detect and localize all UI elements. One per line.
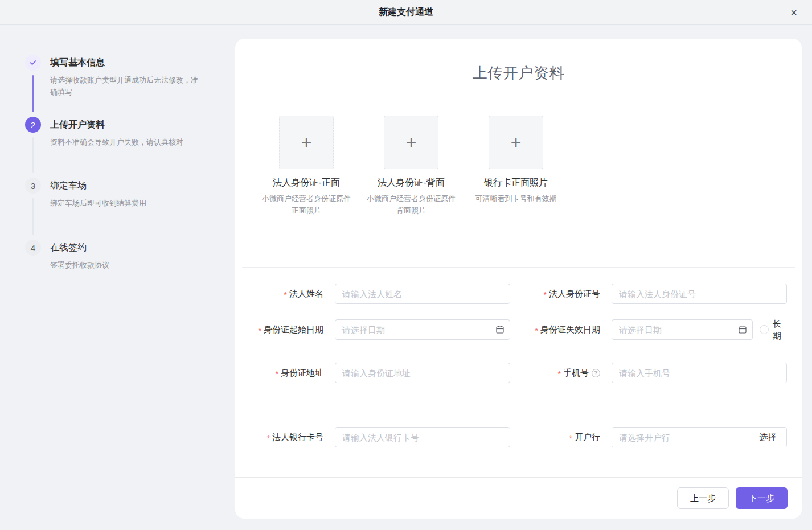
step-title: 绑定车场 <box>50 178 213 192</box>
bank-branch-select-button[interactable]: 选择 <box>749 428 786 447</box>
step-circle-done <box>25 55 41 71</box>
legal-id-input[interactable] <box>612 284 787 304</box>
form-row: * 身份证地址 * 手机号 ? <box>235 363 802 383</box>
step-title: 填写基本信息 <box>50 55 213 69</box>
field-label-legal-name: * 法人姓名 <box>235 289 335 299</box>
upload-desc: 可清晰看到卡号和有效期 <box>475 192 557 204</box>
plus-icon: + <box>511 133 522 151</box>
step-item-basic-info: 填写基本信息 请选择收款账户类型开通成功后无法修改，准确填写 <box>25 55 213 117</box>
step-title: 在线签约 <box>50 240 213 254</box>
required-mark: * <box>259 326 261 335</box>
bank-branch-group: 选择 <box>612 427 787 447</box>
form-row: * 法人姓名 * 法人身份证号 <box>235 284 802 304</box>
upload-bank-card-button[interactable]: + <box>489 116 543 169</box>
required-mark: * <box>544 290 547 299</box>
step-connector <box>32 75 34 112</box>
required-mark: * <box>276 369 278 379</box>
long-term-label[interactable]: 长期 <box>773 318 782 342</box>
upload-desc: 小微商户经营者身份证原件背面照片 <box>363 192 459 216</box>
field-label-id-expiry-date: * 身份证失效日期 <box>510 324 612 335</box>
divider <box>242 267 795 268</box>
upload-label: 法人身份证-背面 <box>378 177 444 189</box>
long-term-checkbox[interactable] <box>760 325 769 334</box>
close-icon[interactable]: × <box>787 6 801 19</box>
upload-section: + 法人身份证-正面 小微商户经营者身份证原件正面照片 + 法人身份证-背面 小… <box>235 116 802 216</box>
field-label-bank-branch: * 开户行 <box>510 432 612 443</box>
upload-id-front-button[interactable]: + <box>279 116 334 169</box>
upload-desc: 小微商户经营者身份证原件正面照片 <box>259 192 354 216</box>
field-label-legal-id: * 法人身份证号 <box>510 289 612 299</box>
step-desc: 绑定车场后即可收到结算费用 <box>50 197 199 209</box>
upload-label: 法人身份证-正面 <box>273 177 339 189</box>
field-label-phone: * 手机号 ? <box>510 368 612 379</box>
required-mark: * <box>267 434 270 443</box>
upload-item-bank-card: + 银行卡正面照片 可清晰看到卡号和有效期 <box>468 116 564 216</box>
step-circle-pending: 3 <box>25 178 41 194</box>
dialog-header: 新建支付通道 × <box>0 0 812 25</box>
upload-item-id-back: + 法人身份证-背面 小微商户经营者身份证原件背面照片 <box>363 116 459 216</box>
form-row: * 身份证起始日期 * 身份证失效日期 <box>235 318 802 342</box>
phone-input[interactable] <box>612 363 787 383</box>
check-icon <box>29 59 37 67</box>
step-connector <box>32 198 34 235</box>
required-mark: * <box>558 369 561 379</box>
field-label-id-start-date: * 身份证起始日期 <box>235 324 335 335</box>
calendar-icon[interactable] <box>738 325 747 334</box>
next-step-button[interactable]: 下一步 <box>736 487 788 509</box>
divider <box>242 413 795 413</box>
step-circle-pending: 4 <box>25 240 41 256</box>
plus-icon: + <box>301 133 312 151</box>
main-panel: 上传开户资料 + 法人身份证-正面 小微商户经营者身份证原件正面照片 + 法人身… <box>235 39 802 519</box>
id-address-input[interactable] <box>335 363 510 383</box>
step-desc: 资料不准确会导致开户失败，请认真核对 <box>50 136 199 148</box>
legal-name-input[interactable] <box>335 284 510 304</box>
help-icon[interactable]: ? <box>592 369 600 377</box>
upload-label: 银行卡正面照片 <box>484 177 548 189</box>
bank-branch-input[interactable] <box>612 428 749 447</box>
step-desc: 请选择收款账户类型开通成功后无法修改，准确填写 <box>50 74 199 98</box>
long-term-option: 长期 <box>760 318 782 342</box>
id-start-date-input[interactable] <box>335 319 510 340</box>
step-circle-active: 2 <box>25 117 41 133</box>
required-mark: * <box>284 290 287 299</box>
page-title: 上传开户资料 <box>235 63 802 83</box>
required-mark: * <box>535 326 538 335</box>
stepper: 填写基本信息 请选择收款账户类型开通成功后无法修改，准确填写 2 上传开户资料 … <box>25 55 213 271</box>
upload-id-back-button[interactable]: + <box>384 116 438 169</box>
required-mark: * <box>569 434 572 443</box>
prev-step-button[interactable]: 上一步 <box>677 487 729 509</box>
bank-card-input[interactable] <box>335 427 510 447</box>
field-label-bank-card: * 法人银行卡号 <box>235 432 335 443</box>
step-connector <box>32 137 34 173</box>
step-desc: 签署委托收款协议 <box>50 259 199 271</box>
calendar-icon[interactable] <box>495 325 505 334</box>
form-row: * 法人银行卡号 * 开户行 选择 <box>235 427 802 447</box>
step-title: 上传开户资料 <box>50 117 213 131</box>
dialog-title: 新建支付通道 <box>379 6 433 18</box>
step-item-upload-docs: 2 上传开户资料 资料不准确会导致开户失败，请认真核对 <box>25 117 213 178</box>
dialog-footer: 上一步 下一步 <box>235 477 802 519</box>
field-label-id-address: * 身份证地址 <box>235 368 335 379</box>
plus-icon: + <box>406 133 417 151</box>
upload-item-id-front: + 法人身份证-正面 小微商户经营者身份证原件正面照片 <box>259 116 354 216</box>
id-expiry-date-input[interactable] <box>612 319 753 340</box>
step-item-online-sign: 4 在线签约 签署委托收款协议 <box>25 240 213 271</box>
step-item-bind-parking: 3 绑定车场 绑定车场后即可收到结算费用 <box>25 178 213 240</box>
